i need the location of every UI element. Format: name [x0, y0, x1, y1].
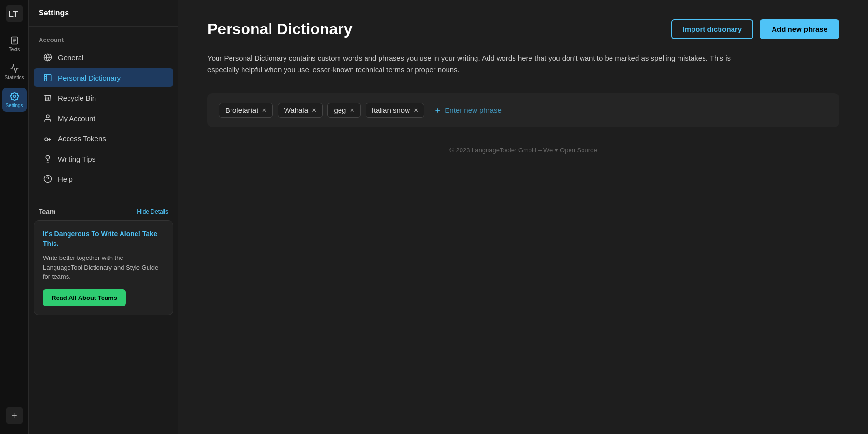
- main-top-bar: Personal Dictionary Import dictionary Ad…: [207, 19, 839, 39]
- word-tag-broletariat: Broletariat ×: [219, 103, 273, 118]
- add-phrase-inline[interactable]: [429, 103, 541, 117]
- word-tag-italian-snow: Italian snow ×: [366, 103, 425, 118]
- trash-icon: [43, 94, 52, 102]
- main-content: Personal Dictionary Import dictionary Ad…: [178, 0, 868, 434]
- word-tag-text: Broletariat: [225, 106, 258, 114]
- remove-word-broletariat[interactable]: ×: [262, 107, 266, 114]
- remove-word-wahala[interactable]: ×: [312, 107, 316, 114]
- page-title: Personal Dictionary: [207, 20, 353, 38]
- sidebar-item-general[interactable]: General: [34, 48, 173, 67]
- svg-point-13: [46, 115, 49, 118]
- remove-word-italian-snow[interactable]: ×: [414, 107, 418, 114]
- word-tag-text: Wahala: [284, 106, 308, 114]
- svg-point-14: [45, 138, 48, 141]
- dictionary-words-container: Broletariat × Wahala × geg × Italian sno…: [207, 93, 839, 127]
- sidebar-item-access-tokens[interactable]: Access Tokens: [34, 129, 173, 148]
- add-new-phrase-button[interactable]: Add new phrase: [760, 19, 839, 39]
- description-text: Your Personal Dictionary contains custom…: [207, 53, 738, 76]
- icon-bar: LT Texts Statistics Settings +: [0, 0, 29, 434]
- word-tag-text: geg: [334, 106, 346, 114]
- globe-icon: [43, 53, 52, 62]
- sidebar-item-settings[interactable]: Settings: [2, 88, 27, 112]
- sidebar-item-statistics[interactable]: Statistics: [2, 60, 27, 84]
- hide-details-button[interactable]: Hide Details: [137, 208, 168, 215]
- team-card-description: Write better together with the LanguageT…: [43, 253, 164, 282]
- read-all-about-teams-button[interactable]: Read All About Teams: [43, 289, 126, 306]
- team-label: Team: [39, 208, 56, 216]
- team-section: Team Hide Details It's Dangerous To Writ…: [29, 201, 178, 320]
- sidebar-divider: [29, 195, 178, 195]
- word-tag-text: Italian snow: [372, 106, 410, 114]
- sidebar-item-recycle-bin[interactable]: Recycle Bin: [34, 89, 173, 107]
- footer-text: © 2023 LanguageTooler GmbH – We ♥ Open S…: [207, 147, 839, 154]
- svg-point-15: [46, 155, 50, 159]
- sidebar-title: Settings: [29, 0, 178, 27]
- import-dictionary-button[interactable]: Import dictionary: [671, 19, 754, 39]
- sidebar: Settings Account General Personal Dictio…: [29, 0, 178, 434]
- access-tokens-icon: [43, 134, 52, 143]
- word-tag-geg: geg ×: [327, 103, 360, 118]
- remove-word-geg[interactable]: ×: [350, 107, 354, 114]
- top-actions: Import dictionary Add new phrase: [671, 19, 839, 39]
- help-icon: [43, 175, 52, 183]
- sidebar-item-help[interactable]: Help: [34, 170, 173, 188]
- sidebar-item-personal-dictionary[interactable]: Personal Dictionary: [34, 68, 173, 87]
- account-section-label: Account: [29, 27, 178, 47]
- svg-text:LT: LT: [8, 10, 18, 19]
- bulb-icon: [43, 154, 52, 163]
- svg-rect-9: [44, 74, 51, 81]
- new-phrase-input[interactable]: [445, 106, 536, 114]
- svg-point-6: [13, 95, 15, 98]
- team-card-title: It's Dangerous To Write Alone! Take This…: [43, 230, 164, 248]
- word-tag-wahala: Wahala ×: [278, 103, 323, 118]
- sidebar-item-texts[interactable]: Texts: [2, 32, 27, 56]
- sidebar-item-writing-tips[interactable]: Writing Tips: [34, 149, 173, 168]
- add-button[interactable]: +: [6, 407, 23, 424]
- plus-icon: [434, 107, 442, 114]
- user-icon: [43, 114, 52, 122]
- dictionary-icon: [43, 73, 52, 82]
- sidebar-item-my-account[interactable]: My Account: [34, 109, 173, 127]
- team-card: It's Dangerous To Write Alone! Take This…: [34, 220, 173, 315]
- team-header: Team Hide Details: [34, 201, 173, 220]
- app-logo: LT: [6, 5, 23, 22]
